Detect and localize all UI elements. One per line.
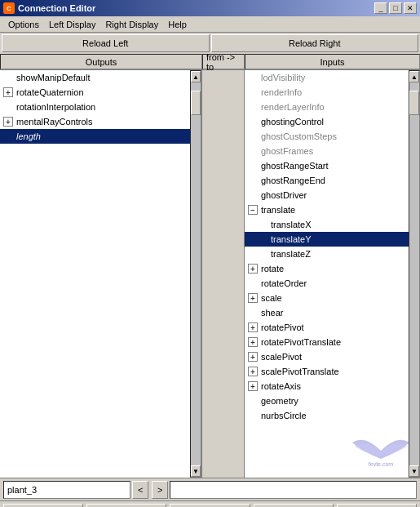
input-item-nurbsCircle[interactable]: nurbsCircle bbox=[245, 408, 409, 423]
expand-icon[interactable]: + bbox=[248, 322, 258, 332]
output-item-rotateQuaternion[interactable]: + rotateQuaternion bbox=[0, 85, 190, 100]
inputs-list: lodVisibility renderInfo renderLayerInfo… bbox=[245, 70, 409, 478]
item-label: showManipDefault bbox=[16, 73, 91, 82]
input-item-rotateOrder[interactable]: rotateOrder bbox=[245, 276, 409, 291]
item-label: translate bbox=[261, 205, 295, 215]
expand-icon[interactable]: + bbox=[248, 293, 258, 303]
collapse-icon[interactable]: − bbox=[248, 205, 258, 215]
outputs-header: Outputs bbox=[0, 54, 202, 69]
arrow-left-button[interactable]: < bbox=[132, 481, 148, 499]
main-content: showManipDefault + rotateQuaternion rota… bbox=[0, 70, 420, 478]
input-item-ghostDriver[interactable]: ghostDriver bbox=[245, 188, 409, 202]
remove-button[interactable]: Remove bbox=[86, 504, 166, 508]
minimize-button[interactable]: _ bbox=[374, 2, 387, 14]
expand-icon[interactable]: + bbox=[248, 337, 258, 347]
left-panel: showManipDefault + rotateQuaternion rota… bbox=[0, 70, 202, 478]
list-item: showManipDefault bbox=[0, 70, 190, 85]
output-item-showManipDefault[interactable]: showManipDefault bbox=[0, 70, 190, 85]
input-item-scalePivotTranslate[interactable]: + scalePivotTranslate bbox=[245, 364, 409, 379]
clear-all-button[interactable]: Clear All bbox=[3, 504, 83, 508]
list-item: + scalePivotTranslate bbox=[245, 364, 409, 379]
arrows-list bbox=[202, 70, 244, 478]
expand-icon[interactable]: + bbox=[248, 381, 258, 391]
input-item-scale[interactable]: + scale bbox=[245, 291, 409, 305]
expand-icon[interactable]: + bbox=[3, 87, 13, 97]
item-label: rotateQuaternion bbox=[16, 87, 84, 97]
input-item-geometry[interactable]: geometry bbox=[245, 394, 409, 408]
inputs-header: Inputs bbox=[245, 54, 420, 69]
list-item: − translate bbox=[245, 202, 409, 217]
maximize-button[interactable]: □ bbox=[389, 2, 402, 14]
left-scrollbar[interactable]: ▲ ▼ bbox=[190, 70, 201, 478]
reload-left-button[interactable]: Reload Left bbox=[2, 34, 210, 52]
expand-icon[interactable]: + bbox=[3, 117, 13, 127]
output-item-length[interactable]: length bbox=[0, 129, 190, 144]
input-item-ghostingControl[interactable]: ghostingControl bbox=[245, 114, 409, 129]
output-item-mentalRayControls[interactable]: + mentalRayControls bbox=[0, 114, 190, 129]
menu-right-display[interactable]: Right Display bbox=[100, 18, 163, 31]
column-headers: Outputs from -> to Inputs bbox=[0, 54, 420, 70]
break-button[interactable]: Break bbox=[170, 504, 250, 508]
item-label: scalePivotTranslate bbox=[261, 367, 339, 376]
expand-icon[interactable]: + bbox=[248, 264, 258, 274]
input-item-ghostRangeEnd[interactable]: ghostRangeEnd bbox=[245, 173, 409, 188]
bottom-bar: Clear All Remove Break Make Close bbox=[0, 500, 420, 507]
item-label: scalePivot bbox=[261, 352, 302, 362]
expand-icon[interactable]: + bbox=[248, 367, 258, 376]
input-item-rotate[interactable]: + rotate bbox=[245, 261, 409, 276]
list-item: + scale bbox=[245, 291, 409, 305]
left-status-field: plant_3 bbox=[3, 481, 130, 499]
menu-bar: Options Left Display Right Display Help bbox=[0, 16, 420, 33]
close-window-button[interactable]: ✕ bbox=[404, 2, 417, 14]
input-item-ghostFrames[interactable]: ghostFrames bbox=[245, 144, 409, 158]
scroll-down-button[interactable]: ▼ bbox=[409, 465, 419, 477]
right-scrollbar[interactable]: ▲ ▼ bbox=[409, 70, 420, 478]
input-item-translateZ[interactable]: translateZ bbox=[245, 247, 409, 261]
right-status-field bbox=[170, 481, 417, 499]
input-item-lodVisibility[interactable]: lodVisibility bbox=[245, 70, 409, 85]
item-label: rotationInterpolation bbox=[16, 102, 95, 112]
output-item-rotationInterpolation[interactable]: rotationInterpolation bbox=[0, 100, 190, 114]
scroll-up-button[interactable]: ▲ bbox=[191, 71, 201, 82]
scroll-down-button[interactable]: ▼ bbox=[191, 465, 201, 477]
menu-options[interactable]: Options bbox=[3, 18, 44, 31]
list-item: + rotateQuaternion bbox=[0, 85, 190, 100]
list-item: + rotateAxis bbox=[245, 379, 409, 394]
input-item-shear[interactable]: shear bbox=[245, 305, 409, 320]
title-bar-buttons: _ □ ✕ bbox=[374, 2, 417, 14]
list-item: + mentalRayControls bbox=[0, 114, 190, 129]
input-item-renderLayerInfo[interactable]: renderLayerInfo bbox=[245, 100, 409, 114]
input-item-translateY[interactable]: translateY bbox=[245, 232, 409, 247]
scroll-track bbox=[191, 82, 201, 465]
from-to-header: from -> to bbox=[202, 54, 245, 69]
input-item-translateX[interactable]: translateX bbox=[245, 217, 409, 232]
input-item-scalePivot[interactable]: + scalePivot bbox=[245, 349, 409, 364]
input-item-rotatePivotTranslate[interactable]: + rotatePivotTranslate bbox=[245, 335, 409, 349]
reload-right-button[interactable]: Reload Right bbox=[211, 34, 419, 52]
item-label: scale bbox=[261, 293, 282, 303]
item-label: length bbox=[16, 131, 41, 141]
status-bar: plant_3 < > bbox=[0, 478, 420, 500]
menu-help[interactable]: Help bbox=[163, 18, 192, 31]
arrow-right-button[interactable]: > bbox=[152, 481, 168, 499]
toolbar: Reload Left Reload Right bbox=[0, 33, 420, 54]
list-item: + scalePivot bbox=[245, 349, 409, 364]
expand-icon[interactable]: + bbox=[248, 352, 258, 362]
item-label: rotatePivotTranslate bbox=[261, 337, 341, 347]
close-button[interactable]: Close bbox=[337, 504, 417, 508]
outputs-list: showManipDefault + rotateQuaternion rota… bbox=[0, 70, 190, 478]
scroll-up-button[interactable]: ▲ bbox=[409, 71, 419, 82]
make-button[interactable]: Make bbox=[254, 504, 334, 508]
input-item-rotateAxis[interactable]: + rotateAxis bbox=[245, 379, 409, 394]
input-item-translate[interactable]: − translate bbox=[245, 202, 409, 217]
scroll-thumb[interactable] bbox=[191, 91, 201, 115]
app-icon: C bbox=[3, 2, 15, 14]
input-item-renderInfo[interactable]: renderInfo bbox=[245, 85, 409, 100]
scroll-thumb[interactable] bbox=[409, 91, 419, 115]
input-item-rotatePivot[interactable]: + rotatePivot bbox=[245, 320, 409, 335]
item-label: rotate bbox=[261, 264, 284, 274]
input-item-ghostRangeStart[interactable]: ghostRangeStart bbox=[245, 158, 409, 173]
menu-left-display[interactable]: Left Display bbox=[44, 18, 100, 31]
input-item-ghostCustomSteps[interactable]: ghostCustomSteps bbox=[245, 129, 409, 144]
middle-column bbox=[202, 70, 245, 478]
